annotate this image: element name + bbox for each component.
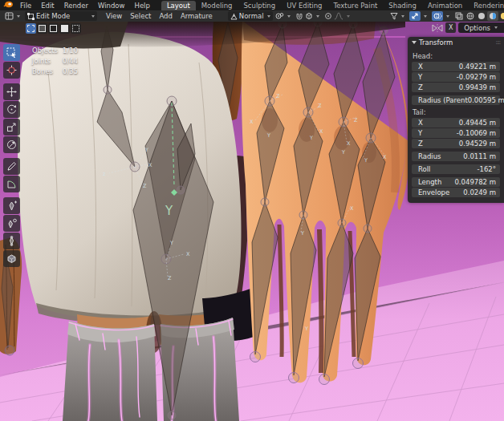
boots-mesh[interactable] xyxy=(63,318,239,421)
menu-view[interactable]: View xyxy=(102,12,126,20)
svg-text:X: X xyxy=(148,162,152,168)
shading-material-button[interactable] xyxy=(487,11,498,21)
tool-rotate[interactable] xyxy=(3,101,20,118)
pivot-point-button[interactable] xyxy=(273,11,293,21)
tool-transform[interactable] xyxy=(3,136,20,153)
options-button[interactable]: Options xyxy=(458,22,504,33)
tab-rendering[interactable]: Rendering xyxy=(468,1,504,10)
field-head-x[interactable]: X0.49221 m xyxy=(412,62,500,71)
chevron-down-icon xyxy=(316,15,319,18)
tab-texture-paint[interactable]: Texture Paint xyxy=(328,1,384,10)
field-tail-x[interactable]: X0.49445 m xyxy=(412,118,500,128)
snapping-group[interactable] xyxy=(293,11,322,21)
scene-statistics: Objects1/10 Joints0/44 Bones0/35 xyxy=(32,46,78,77)
svg-text:X: X xyxy=(186,251,190,257)
object-type-filter-button[interactable] xyxy=(388,11,407,21)
tab-shading[interactable]: Shading xyxy=(383,1,422,10)
xray-toggle[interactable] xyxy=(453,11,465,21)
menu-select[interactable]: Select xyxy=(126,12,155,20)
field-tail-radius[interactable]: Radius0.0111 m xyxy=(412,152,500,161)
panel-title: Transform xyxy=(419,38,453,47)
tool-bone-envelope[interactable] xyxy=(3,233,20,249)
collapse-chevron-icon xyxy=(412,41,417,44)
tool-cursor[interactable] xyxy=(3,62,20,79)
tool-add-primitive[interactable] xyxy=(3,250,20,267)
falloff-curve-icon xyxy=(334,12,343,20)
workspace-tabs: Layout Modeling Sculpting UV Editing Tex… xyxy=(161,1,504,10)
menu-render[interactable]: Render xyxy=(59,2,93,10)
menu-add[interactable]: Add xyxy=(155,12,176,20)
gizmo-toggle-group[interactable] xyxy=(407,11,429,21)
menu-edit[interactable]: Edit xyxy=(36,2,59,10)
svg-text:X: X xyxy=(347,140,351,147)
tab-modeling[interactable]: Modeling xyxy=(196,1,238,10)
proportional-editing-group[interactable] xyxy=(322,11,352,21)
topbar: File Edit Render Window Help Layout Mode… xyxy=(0,0,504,10)
field-length[interactable]: Length0.049782 m xyxy=(412,177,500,187)
chevron-down-icon xyxy=(401,15,404,18)
select-mode-extend[interactable] xyxy=(37,23,47,34)
tab-uv-editing[interactable]: UV Editing xyxy=(281,1,327,10)
stat-joints-value: 0/44 xyxy=(63,56,78,67)
drag-handle-icon[interactable]: :::: xyxy=(496,39,500,46)
tool-extrude-bone[interactable] xyxy=(3,197,20,214)
field-roll[interactable]: Roll-162° xyxy=(412,164,500,174)
shading-wireframe-button[interactable] xyxy=(465,11,476,21)
select-mode-set[interactable] xyxy=(26,23,36,34)
svg-text:Y: Y xyxy=(304,326,308,332)
svg-text:Z: Z xyxy=(318,103,322,109)
tool-annotate[interactable] xyxy=(3,158,20,175)
svg-text:Y: Y xyxy=(341,149,345,156)
tool-measure[interactable] xyxy=(3,176,20,192)
shading-solid-button[interactable] xyxy=(476,11,487,21)
menu-window[interactable]: Window xyxy=(93,2,130,10)
tool-scale[interactable] xyxy=(3,119,20,136)
chevron-down-icon xyxy=(287,15,291,18)
menu-file[interactable]: File xyxy=(15,2,36,10)
snap-target-icon xyxy=(305,12,313,20)
field-tail-z[interactable]: Z0.94529 m xyxy=(412,139,500,148)
menu-help[interactable]: Help xyxy=(129,2,154,10)
overlays-toggle-group[interactable] xyxy=(429,11,452,21)
menu-armature[interactable]: Armature xyxy=(177,12,217,20)
editor-type-icon xyxy=(5,12,14,20)
select-mode-subtract[interactable] xyxy=(48,23,59,34)
select-mode-intersect[interactable] xyxy=(71,23,81,34)
tab-animation[interactable]: Animation xyxy=(422,1,468,10)
show-overlays-icon[interactable] xyxy=(432,11,443,21)
transform-panel-header[interactable]: Transform :::: xyxy=(408,37,504,48)
proportional-icon xyxy=(324,12,332,20)
editor-type-button[interactable] xyxy=(2,11,22,21)
mirror-butterfly-icon xyxy=(432,23,443,33)
pivot-icon xyxy=(275,12,284,20)
svg-text:Y: Y xyxy=(165,204,173,218)
field-head-radius[interactable]: Radius (Parent0.00595 m xyxy=(412,95,500,105)
mode-dropdown[interactable]: Edit Mode xyxy=(25,11,97,21)
tool-extrude-to-cursor[interactable] xyxy=(3,215,20,232)
field-head-y[interactable]: Y-0.09279 m xyxy=(412,72,500,82)
field-head-z[interactable]: Z0.99439 m xyxy=(412,83,500,92)
orientation-icon xyxy=(230,13,238,20)
filter-funnel-icon xyxy=(390,12,398,20)
show-gizmo-icon[interactable] xyxy=(409,11,421,21)
transform-panel-body: Head: X0.49221 m Y-0.09279 m Z0.99439 m … xyxy=(408,48,504,203)
chevron-down-icon xyxy=(91,15,95,18)
select-mode-buttons xyxy=(26,23,81,34)
svg-text:Z: Z xyxy=(354,117,358,123)
viewport-header: Edit Mode View Select Add Armature Norma… xyxy=(0,10,504,22)
field-envelope[interactable]: Envelope0.0249 m xyxy=(412,188,500,197)
tool-move[interactable] xyxy=(3,83,20,100)
blender-logo-icon[interactable] xyxy=(3,0,14,10)
tool-select-box[interactable] xyxy=(3,44,20,61)
select-mode-invert[interactable] xyxy=(59,23,70,34)
chevron-down-icon xyxy=(347,15,350,18)
svg-text:X: X xyxy=(319,128,323,135)
svg-text:Y: Y xyxy=(364,157,368,164)
mirror-x-toggle[interactable]: X xyxy=(445,22,456,33)
tab-sculpting[interactable]: Sculpting xyxy=(238,1,281,10)
orientation-dropdown[interactable]: Normal xyxy=(228,11,273,21)
tab-layout[interactable]: Layout xyxy=(161,1,196,10)
field-tail-y[interactable]: Y-0.10069 m xyxy=(412,128,500,138)
chevron-down-icon xyxy=(446,15,449,18)
shading-rendered-button[interactable] xyxy=(498,11,504,21)
